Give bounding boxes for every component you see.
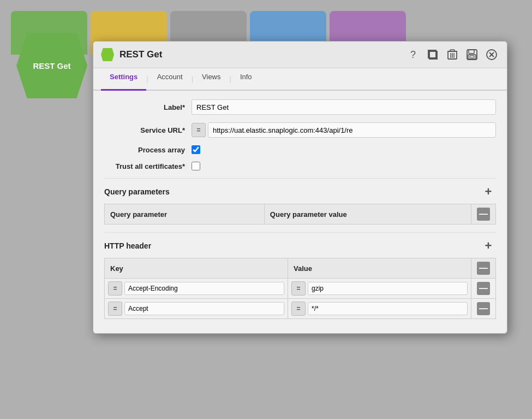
label-input[interactable] [192,99,496,115]
trust-certs-checkbox[interactable] [192,162,200,170]
snap-icon [101,48,114,61]
header-row2-key-eq-button[interactable]: = [108,302,122,316]
modal-body: Label* Service URL* = Process array Trus… [93,91,507,333]
http-header-table: Key Value — = [104,258,496,319]
http-header-remove-btn-2[interactable]: — [477,302,490,315]
service-url-eq-button[interactable]: = [192,123,206,137]
trust-certs-label: Trust all certificates* [104,162,192,170]
add-query-param-button[interactable]: + [481,184,496,199]
save-icon [467,49,477,60]
table-row: = = — [105,279,496,299]
background-node-label: REST Get [33,61,70,70]
query-param-action-col-header: — [471,204,496,225]
http-header-value-cell-1: = [288,279,471,299]
modal-dialog: REST Get ? [93,41,507,334]
trust-certs-checkbox-group [192,162,200,170]
http-header-header-row: Key Value — [105,258,496,279]
trust-certs-row: Trust all certificates* [104,162,496,170]
http-header-tbody: = = — [105,279,496,319]
header-row1-key-eq-button[interactable]: = [108,281,122,296]
header-row2-value-input[interactable] [308,302,468,315]
tab-info[interactable]: Info [231,68,261,91]
service-url-input-group: = [192,122,496,138]
modal-header-right: ? [405,47,499,62]
trash-icon [447,49,457,60]
modal-header-left: REST Get [101,48,162,61]
http-header-remove-btn-1[interactable]: — [477,282,490,295]
http-header-title: HTTP header [104,241,151,250]
save-button[interactable] [464,47,480,62]
http-header-remove-btn-header[interactable]: — [477,262,490,275]
svg-rect-9 [469,50,474,54]
modal-header: REST Get ? [93,42,507,68]
tab-account[interactable]: Account [148,68,192,91]
header-row1-value-eq-button[interactable]: = [291,281,306,296]
query-params-title: Query parameters [104,187,170,196]
label-row: Label* [104,99,496,115]
process-array-checkbox[interactable] [192,145,200,154]
http-header-key-cell-1: = [105,279,288,299]
http-header-key-col-header: Key [105,258,288,279]
http-header-action-cell-1: — [471,279,496,299]
table-row: = = — [105,299,496,319]
tab-views[interactable]: Views [193,68,229,91]
http-header-key-cell-2: = [105,299,288,319]
query-params-table: Query parameter Query parameter value — [104,204,496,225]
tab-settings[interactable]: Settings [101,68,146,91]
query-param-col-header: Query parameter [105,204,265,225]
tab-bar: Settings | Account | Views | Info [93,68,507,91]
header-row2-value-eq-button[interactable]: = [291,302,306,316]
svg-rect-4 [450,50,455,51]
http-header-action-col-header: — [471,258,496,279]
service-url-label: Service URL* [104,126,192,134]
process-array-row: Process array [104,145,496,154]
header-row1-key-input[interactable] [124,282,284,295]
query-params-section-header: Query parameters + [104,178,496,199]
close-button[interactable] [484,47,499,62]
modal-title: REST Get [119,49,162,60]
restore-icon [427,49,438,60]
restore-button[interactable] [425,47,440,62]
service-url-input[interactable] [208,122,496,138]
background-node: REST Get [16,33,87,98]
http-header-value-col-header: Value [288,258,471,279]
http-header-section-header: HTTP header + [104,232,496,253]
header-row2-key-input[interactable] [124,302,284,315]
process-array-checkbox-group [192,145,200,154]
header-row1-value-input[interactable] [308,282,468,295]
http-header-action-cell-2: — [471,299,496,319]
svg-rect-11 [470,56,474,58]
service-url-row: Service URL* = [104,122,496,138]
close-icon [486,49,497,60]
http-header-value-cell-2: = [288,299,471,319]
query-param-remove-btn-header[interactable]: — [477,208,490,221]
process-array-label: Process array [104,146,192,154]
label-field-label: Label* [104,103,192,111]
query-params-header-row: Query parameter Query parameter value — [105,204,496,225]
delete-button[interactable] [445,47,460,62]
query-param-value-col-header: Query parameter value [264,204,471,225]
help-button[interactable]: ? [405,47,421,62]
add-http-header-button[interactable]: + [481,238,496,253]
